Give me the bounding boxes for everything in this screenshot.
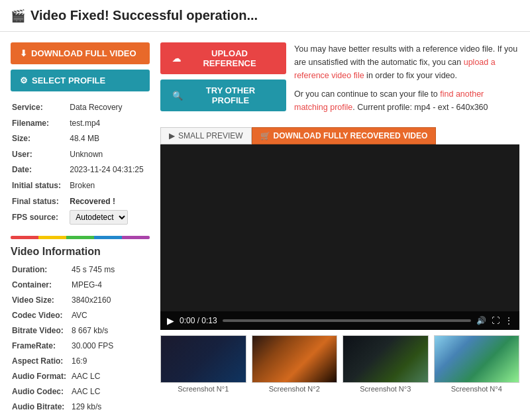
profile-icon: ⚙ <box>20 76 28 85</box>
video-information: Video Information Duration:45 s 745 ms C… <box>11 246 150 415</box>
screenshot-1: Screenshot N°1 <box>160 335 246 393</box>
right-panel: ☁ UPLOAD REFERENCE 🔍 TRY OTHER PROFILE Y… <box>160 42 519 420</box>
info-text: You may have better results with a refer… <box>294 42 519 119</box>
screenshot-thumb-1 <box>160 335 246 383</box>
screenshot-thumb-3 <box>343 335 429 383</box>
screenshot-thumb-2 <box>252 335 338 383</box>
screenshot-thumb-4 <box>434 335 520 383</box>
left-panel: ⬇ DOWNLOAD FULL VIDEO ⚙ SELECT PROFILE S… <box>11 42 150 420</box>
video-controls: ▶ 0:00 / 0:13 🔊 ⛶ ⋮ <box>160 311 519 330</box>
screenshot-label-2: Screenshot N°2 <box>252 385 338 393</box>
video-display <box>160 144 519 330</box>
upload-icon: ☁ <box>172 54 181 64</box>
video-player: ▶ 0:00 / 0:13 🔊 ⛶ ⋮ <box>160 144 519 330</box>
cart-icon: 🛒 <box>260 131 270 140</box>
small-preview-tab[interactable]: ▶ SMALL PREVIEW <box>160 127 252 144</box>
page-title: Video Fixed! Successful operation... <box>30 8 258 23</box>
final-status-value: Recovered ! <box>70 195 148 209</box>
progress-bar[interactable] <box>223 319 471 322</box>
screenshots-row: Screenshot N°1 Screenshot N°2 Screenshot… <box>160 335 519 393</box>
preview-tabs: ▶ SMALL PREVIEW 🛒 DOWNLOAD FULLY RECOVER… <box>160 127 519 144</box>
action-buttons: ☁ UPLOAD REFERENCE 🔍 TRY OTHER PROFILE <box>160 42 286 111</box>
more-options-button[interactable]: ⋮ <box>505 316 513 325</box>
video-info-title: Video Information <box>11 246 150 258</box>
video-time: 0:00 / 0:13 <box>180 316 217 325</box>
preview-section: ▶ SMALL PREVIEW 🛒 DOWNLOAD FULLY RECOVER… <box>160 127 519 393</box>
header-icon: 🎬 <box>11 9 25 23</box>
try-other-profile-button[interactable]: 🔍 TRY OTHER PROFILE <box>160 79 286 111</box>
play-button[interactable]: ▶ <box>167 315 174 326</box>
volume-button[interactable]: 🔊 <box>476 316 486 325</box>
screenshot-4: Screenshot N°4 <box>434 335 520 393</box>
fps-source-select[interactable]: Autodetect 23.976 24 25 29.97 30 50 60 <box>70 210 128 225</box>
color-bar <box>11 236 150 239</box>
download-full-video-button[interactable]: ⬇ DOWNLOAD FULL VIDEO <box>11 42 150 64</box>
screenshot-label-4: Screenshot N°4 <box>434 385 520 393</box>
file-info: Service:Data Recovery Filename:test.mp4 … <box>11 99 150 227</box>
screenshot-label-3: Screenshot N°3 <box>343 385 429 393</box>
download-recovered-tab[interactable]: 🛒 DOWNLOAD FULLY RECOVERED VIDEO <box>252 127 437 144</box>
fullscreen-button[interactable]: ⛶ <box>492 316 500 325</box>
search-icon: 🔍 <box>172 91 183 101</box>
screenshot-2: Screenshot N°2 <box>252 335 338 393</box>
download-icon: ⬇ <box>20 48 27 58</box>
screenshot-label-1: Screenshot N°1 <box>160 385 246 393</box>
select-profile-button[interactable]: ⚙ SELECT PROFILE <box>11 70 150 91</box>
preview-icon: ▶ <box>169 131 175 140</box>
header: 🎬 Video Fixed! Successful operation... <box>0 0 530 32</box>
screenshot-3: Screenshot N°3 <box>343 335 429 393</box>
upload-reference-button[interactable]: ☁ UPLOAD REFERENCE <box>160 42 286 74</box>
